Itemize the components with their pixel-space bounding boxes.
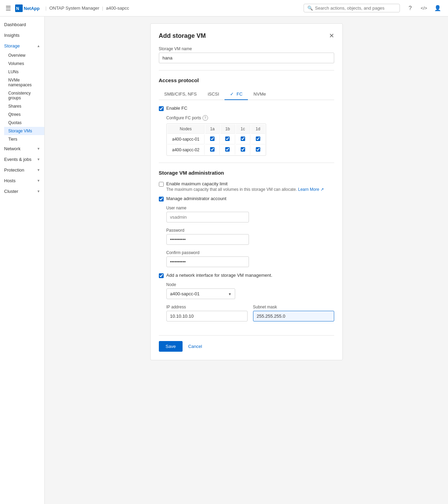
events-jobs-chevron-icon: ▼	[37, 157, 40, 161]
manage-admin-checkbox[interactable]	[159, 197, 164, 201]
system-name: ONTAP System Manager	[49, 6, 99, 11]
cancel-button[interactable]: Cancel	[187, 341, 203, 352]
sidebar-storage-sub: Overview Volumes LUNs NVMe namespaces Co…	[0, 51, 44, 143]
password-label: Password	[166, 228, 249, 233]
node-label: Node	[166, 282, 242, 287]
system-id: a400-sapcc	[106, 6, 129, 11]
ip-address-input[interactable]	[166, 311, 248, 321]
network-chevron-icon: ▼	[37, 147, 40, 151]
add-network-label: Add a network interface for storage VM m…	[166, 273, 273, 278]
dialog-buttons: Save Cancel	[159, 335, 334, 352]
sidebar-item-volumes[interactable]: Volumes	[4, 59, 44, 68]
fc-node-1-1d[interactable]	[251, 134, 265, 144]
confirm-password-label: Confirm password	[166, 250, 249, 255]
vm-name-label: Storage VM name	[159, 46, 334, 51]
username-input[interactable]	[166, 212, 249, 222]
sidebar-item-tiers[interactable]: Tiers	[4, 135, 44, 143]
password-input[interactable]	[166, 234, 249, 245]
access-protocol-section: Access protocol SMB/CIFS, NFS iSCSI ✓ FC…	[159, 77, 334, 156]
vm-name-input[interactable]	[159, 53, 334, 63]
fc-node-2-1d[interactable]	[251, 145, 265, 155]
node-select[interactable]: a400-sapcc-01 a400-sapcc-02	[166, 288, 235, 299]
vm-name-group: Storage VM name	[159, 46, 334, 63]
vm-admin-title: Storage VM administration	[159, 170, 334, 176]
close-button[interactable]: ✕	[329, 32, 334, 40]
search-icon: 🔍	[307, 6, 313, 11]
sidebar-item-consistency-groups[interactable]: Consistency groups	[4, 89, 44, 102]
sidebar-item-luns[interactable]: LUNs	[4, 68, 44, 76]
hamburger-menu[interactable]: ☰	[6, 4, 11, 12]
sidebar-item-nvme-namespaces[interactable]: NVMe namespaces	[4, 76, 44, 89]
user-icon[interactable]: 👤	[433, 3, 442, 13]
node-group: Node a400-sapcc-01 a400-sapcc-02 ▼	[166, 282, 242, 299]
ip-address-label: IP address	[166, 305, 248, 309]
search-bar[interactable]: 🔍	[304, 4, 400, 12]
sidebar-item-cluster[interactable]: Cluster ▼	[0, 186, 44, 197]
add-network-checkbox[interactable]	[159, 273, 164, 278]
fc-node-2-1b[interactable]	[220, 145, 235, 155]
save-button[interactable]: Save	[159, 341, 183, 352]
password-group: Password	[166, 228, 249, 245]
tab-smb-cifs-nfs[interactable]: SMB/CIFS, NFS	[159, 89, 203, 100]
protection-chevron-icon: ▼	[37, 168, 40, 172]
code-icon[interactable]: </>	[419, 3, 429, 13]
confirm-password-input[interactable]	[166, 256, 249, 267]
confirm-password-group: Confirm password	[166, 250, 249, 267]
fc-col-1a: 1a	[205, 124, 220, 134]
tab-nvme[interactable]: NVMe	[248, 89, 271, 100]
fc-col-nodes: Nodes	[167, 124, 205, 134]
sidebar-item-insights[interactable]: Insights	[0, 30, 44, 41]
sidebar-item-network[interactable]: Network ▼	[0, 143, 44, 154]
configure-fc-ports-label: Configure FC ports ?	[166, 115, 334, 121]
fc-col-1c: 1c	[236, 124, 250, 134]
fc-node-1-1b[interactable]	[220, 134, 235, 144]
external-link-icon: ↗	[320, 187, 324, 192]
max-capacity-checkbox[interactable]	[159, 182, 164, 187]
fc-node-2-name: a400-sapcc-02	[167, 145, 205, 155]
fc-ports-table: Nodes 1a 1b 1c 1d a400-sapcc-01	[166, 123, 266, 156]
sidebar-item-qtrees[interactable]: Qtrees	[4, 110, 44, 119]
sidebar-item-events-jobs[interactable]: Events & jobs ▼	[0, 154, 44, 165]
access-protocol-title: Access protocol	[159, 77, 334, 83]
manage-admin-label: Manage administrator account	[166, 196, 227, 201]
manage-admin-row: Manage administrator account	[159, 196, 334, 201]
enable-fc-checkbox[interactable]	[159, 106, 164, 111]
app-body: Dashboard Insights Storage ▲ Overview Vo…	[0, 17, 448, 504]
sidebar-item-hosts[interactable]: Hosts ▼	[0, 175, 44, 186]
help-icon[interactable]: ?	[405, 3, 415, 13]
fc-table-header-row: Nodes 1a 1b 1c 1d	[167, 124, 265, 134]
fc-ports-section: Configure FC ports ? Nodes 1a 1b 1c 1d	[166, 115, 334, 156]
username-group: User name	[166, 206, 249, 222]
topnav-icons: ? </> 👤	[405, 3, 442, 13]
fc-node-1-1a[interactable]	[205, 134, 220, 144]
svg-text:NetApp: NetApp	[24, 6, 40, 11]
svg-text:N: N	[16, 6, 19, 11]
node-select-wrap: a400-sapcc-01 a400-sapcc-02 ▼	[166, 288, 235, 299]
tab-fc[interactable]: ✓ FC	[225, 89, 248, 100]
sidebar-item-overview[interactable]: Overview	[4, 51, 44, 59]
tab-iscsi[interactable]: iSCSI	[202, 89, 225, 100]
fc-node-1-name: a400-sapcc-01	[167, 134, 205, 144]
fc-node-2-1c[interactable]	[236, 145, 250, 155]
sidebar-item-shares[interactable]: Shares	[4, 102, 44, 110]
vm-admin-section: Storage VM administration Enable maximum…	[159, 170, 334, 327]
sidebar-item-storage[interactable]: Storage ▲	[0, 41, 44, 51]
enable-max-capacity-row: Enable maximum capacity limit The maximu…	[159, 181, 334, 192]
fc-node-1-1c[interactable]	[236, 134, 250, 144]
sidebar-item-storage-vms[interactable]: Storage VMs	[4, 127, 44, 135]
topnav: ☰ N NetApp | ONTAP System Manager | a400…	[0, 0, 448, 17]
learn-more-link[interactable]: Learn More ↗	[298, 187, 324, 192]
search-input[interactable]	[315, 6, 396, 11]
configure-fc-help-icon[interactable]: ?	[203, 115, 208, 121]
sidebar-item-dashboard[interactable]: Dashboard	[0, 19, 44, 30]
sidebar-item-quotas[interactable]: Quotas	[4, 119, 44, 127]
subnet-mask-input[interactable]	[253, 311, 334, 321]
table-row: a400-sapcc-02	[167, 145, 265, 155]
max-capacity-label: Enable maximum capacity limit	[166, 181, 228, 186]
fc-node-2-1a[interactable]	[205, 145, 220, 155]
sidebar: Dashboard Insights Storage ▲ Overview Vo…	[0, 17, 45, 504]
subnet-mask-label: Subnet mask	[253, 305, 334, 309]
add-network-interface-row: Add a network interface for storage VM m…	[159, 273, 334, 278]
sidebar-item-protection[interactable]: Protection ▼	[0, 165, 44, 175]
max-capacity-sublabel: The maximum capacity that all volumes in…	[166, 187, 324, 192]
